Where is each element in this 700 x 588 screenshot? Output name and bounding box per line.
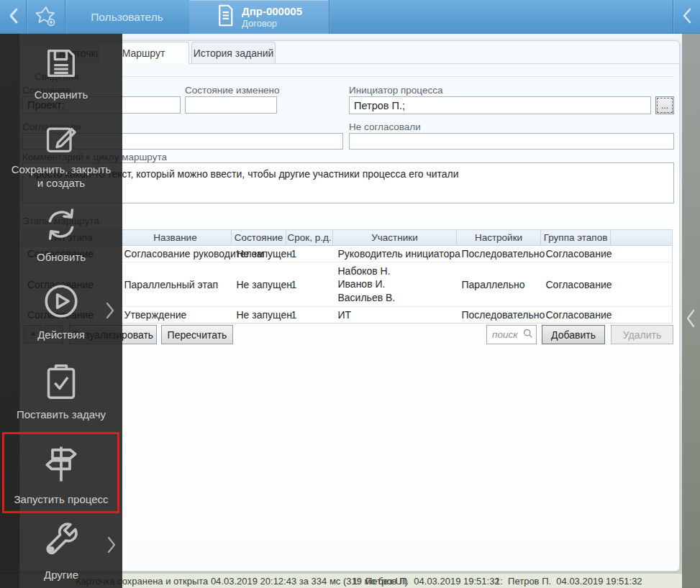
sidebar-item-label: Действия [0, 329, 122, 342]
play-icon [40, 312, 82, 324]
tab-document[interactable]: Дпр-000005 Договор [189, 0, 329, 34]
top-bar: Пользователь Дпр-000005 Договор [0, 0, 700, 34]
initiator-input[interactable] [349, 96, 651, 114]
sidebar-item-label: Обновить [0, 251, 122, 265]
recalculate-button[interactable]: Пересчитать [161, 325, 233, 344]
tab-user-label: Пользователь [91, 11, 163, 24]
delete-button[interactable]: Удалить [611, 325, 673, 344]
search-input[interactable] [492, 329, 522, 340]
tab-user[interactable]: Пользователь [65, 0, 189, 34]
document-type: Договор [242, 18, 302, 29]
submenu-chevron-icon [104, 300, 117, 323]
tab-route-label: Маршрут [122, 47, 165, 59]
right-panel-strip[interactable] [682, 34, 700, 588]
sidebar-item-label: Запустить процесс [0, 493, 122, 507]
info-group-line [90, 76, 674, 77]
expand-panel-chevron-icon [684, 308, 697, 332]
state-changed-label: Состояние изменено [185, 85, 280, 96]
col-stage-group[interactable]: Группа этапов [541, 230, 611, 246]
initiator-label: Инициатор процесса [349, 85, 442, 96]
collapse-right-button[interactable] [673, 0, 700, 34]
tab-task-history[interactable]: История заданий [191, 42, 276, 63]
not-approved-input[interactable] [349, 133, 674, 150]
add-button[interactable]: Добавить [542, 325, 605, 344]
tab-task-history-label: История заданий [194, 47, 274, 59]
collapse-chevron-icon [681, 7, 694, 27]
save-icon [42, 72, 80, 84]
not-approved-label: Не согласовали [349, 121, 421, 132]
back-chevron-icon [6, 6, 22, 28]
wrench-icon [40, 552, 82, 564]
col-settings[interactable]: Настройки [457, 230, 541, 246]
col-state[interactable]: Состояние [232, 230, 286, 246]
sidebar-item-assign-task[interactable]: Поставить задачу [0, 362, 122, 422]
edit-icon [42, 147, 80, 159]
status-entry: 1: Петров П. 04.03.2019 19:51:32 [495, 576, 642, 587]
sidebar-item-others[interactable]: Другие [0, 520, 122, 582]
application-window: Пользователь Дпр-000005 Договор [0, 0, 700, 588]
sidebar-item-start-process[interactable]: Запустить процесс [0, 441, 122, 507]
table-search[interactable] [486, 325, 537, 344]
sidebar-item-label: Поставить задачу [0, 408, 122, 422]
status-entry: 1: Петров П. 04.03.2019 19:51:32 [353, 576, 500, 587]
search-icon [522, 328, 533, 341]
document-number: Дпр-000005 [242, 5, 302, 18]
star-add-icon [35, 4, 58, 30]
sidebar-item-label: Сохранить, закрыть и создать [7, 163, 115, 190]
initiator-picker-button[interactable]: ... [655, 96, 674, 114]
col-extra [611, 230, 673, 246]
sidebar-item-label: Сохранить [0, 88, 122, 102]
state-changed-input[interactable] [185, 96, 277, 114]
sidebar-item-save[interactable]: Сохранить [0, 45, 122, 102]
task-clipboard-icon [41, 392, 81, 404]
col-participants[interactable]: Участники [333, 230, 457, 246]
back-button[interactable] [1, 0, 25, 34]
document-icon [216, 4, 235, 30]
sidebar-item-refresh[interactable]: Обновить [0, 204, 122, 265]
col-name[interactable]: Название [119, 230, 232, 246]
submenu-chevron-icon [105, 535, 118, 558]
favorites-button[interactable] [27, 0, 65, 34]
col-deadline[interactable]: Срок, р.д. [286, 230, 333, 246]
sidebar-item-label: Другие [0, 569, 122, 582]
signpost-icon [38, 477, 84, 489]
sidebar-item-save-close-create[interactable]: Сохранить, закрыть и создать [0, 119, 122, 190]
refresh-icon [41, 234, 81, 247]
